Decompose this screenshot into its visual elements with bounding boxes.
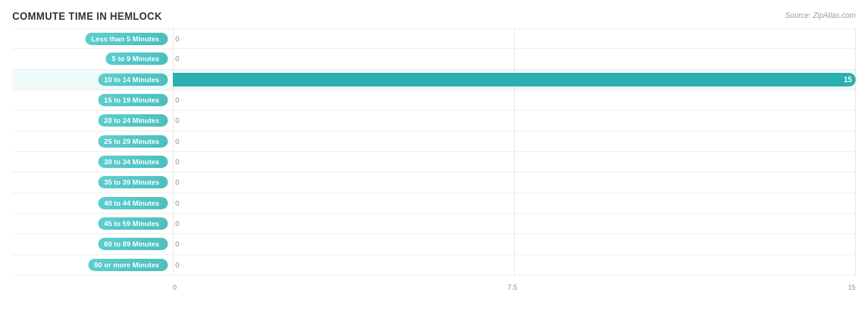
bar-row: 60 to 89 Minutes 0 [12,234,856,254]
bar-area: 0 [173,172,856,192]
bar-row: 40 to 44 Minutes 0 [12,193,856,214]
label-area: 40 to 44 Minutes [12,197,173,209]
chart-title: COMMUTE TIME IN HEMLOCK [12,11,856,22]
label-area: 20 to 24 Minutes [12,114,173,127]
label-area: 5 to 9 Minutes [12,52,173,65]
x-axis-label: 15 [848,283,856,291]
bar-row: 90 or more Minutes 0 [12,255,856,275]
bar-value-text: 0 [175,199,179,207]
bar-value-text: 0 [175,261,179,269]
label-area: 15 to 19 Minutes [12,94,173,106]
bar-area: 0 [173,111,856,130]
label-pill: 40 to 44 Minutes [98,197,168,209]
bar-area: 0 [173,214,856,233]
bar-row: Less than 5 Minutes 0 [12,28,856,49]
label-pill: 20 to 24 Minutes [98,114,168,127]
bar-area: 0 [173,152,856,172]
label-pill: 60 to 89 Minutes [98,238,168,250]
label-area: Less than 5 Minutes [12,33,173,45]
rows-container: Less than 5 Minutes 0 5 to 9 Minutes 0 1… [12,28,856,275]
label-area: 30 to 34 Minutes [12,156,173,168]
bar-area: 0 [173,49,856,69]
bar-value-text: 0 [175,96,179,104]
chart-area: Less than 5 Minutes 0 5 to 9 Minutes 0 1… [12,28,856,291]
label-pill: 25 to 29 Minutes [98,135,168,148]
bar-area: 0 [173,193,856,213]
bar-value-text: 0 [175,220,179,227]
bar-row: 30 to 34 Minutes 0 [12,152,856,172]
bar-value-text: 0 [175,55,179,62]
bar-area: 15 [173,70,856,90]
bar-value-text: 0 [175,35,179,43]
label-pill: 10 to 14 Minutes [98,73,168,86]
label-pill: 90 or more Minutes [88,259,168,271]
bar: 15 [173,73,856,87]
bar-area: 0 [173,234,856,254]
bar-row: 25 to 29 Minutes 0 [12,132,856,152]
label-pill: 5 to 9 Minutes [106,52,168,65]
label-pill: 30 to 34 Minutes [98,156,168,168]
bar-value: 15 [844,75,852,84]
bar-row: 45 to 59 Minutes 0 [12,214,856,234]
label-area: 60 to 89 Minutes [12,238,173,250]
chart-container: COMMUTE TIME IN HEMLOCK Source: ZipAtlas… [0,0,868,323]
label-area: 45 to 59 Minutes [12,217,173,230]
source-label: Source: ZipAtlas.com [785,11,856,20]
x-axis: 07.515 [173,275,856,291]
bar-value-text: 0 [175,138,179,145]
bar-value-text: 0 [175,117,179,124]
x-axis-label: 7.5 [507,283,517,291]
label-pill: Less than 5 Minutes [85,33,168,45]
bar-area: 0 [173,132,856,151]
label-area: 10 to 14 Minutes [12,73,173,86]
bar-value-text: 0 [175,240,179,248]
label-area: 90 or more Minutes [12,259,173,271]
label-pill: 45 to 59 Minutes [98,217,168,230]
bar-area: 0 [173,29,856,48]
bar-area: 0 [173,90,856,110]
bar-row: 5 to 9 Minutes 0 [12,49,856,69]
label-pill: 15 to 19 Minutes [98,94,168,106]
x-axis-label: 0 [173,283,177,291]
label-area: 35 to 39 Minutes [12,176,173,188]
bar-row: 15 to 19 Minutes 0 [12,90,856,111]
bar-value-text: 0 [175,178,179,186]
bar-row: 35 to 39 Minutes 0 [12,172,856,193]
bar-row: 10 to 14 Minutes 15 [12,70,856,90]
bar-area: 0 [173,255,856,275]
bar-row: 20 to 24 Minutes 0 [12,111,856,131]
label-area: 25 to 29 Minutes [12,135,173,148]
label-pill: 35 to 39 Minutes [98,176,168,188]
bar-value-text: 0 [175,158,179,166]
